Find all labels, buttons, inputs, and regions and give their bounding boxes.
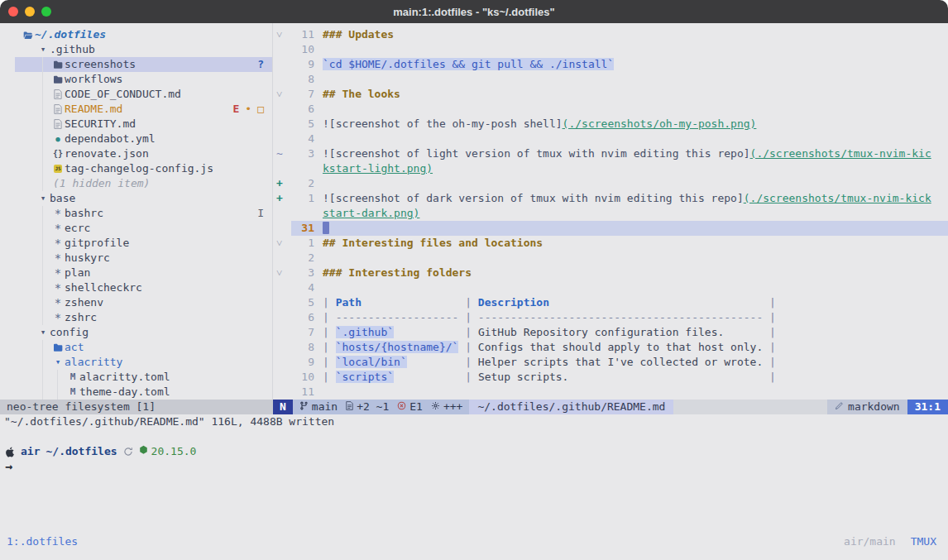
indent-guide: [38, 251, 53, 266]
editor-line-7[interactable]: ˅7## The looks: [273, 87, 948, 102]
tree-item-gitprofile[interactable]: *gitprofile: [0, 236, 272, 251]
fullscreen-button[interactable]: [41, 7, 51, 17]
tree-item-renovate-json[interactable]: {}renovate.json: [0, 146, 272, 161]
apple-icon: [5, 447, 15, 457]
editor-line-11[interactable]: ˅11### Updates: [273, 27, 948, 42]
tree-item-security-md[interactable]: SECURITY.md: [0, 117, 272, 132]
indent-guide: [38, 57, 53, 72]
tree-item-workflows[interactable]: workflows: [0, 72, 272, 87]
info-badge: I: [257, 206, 264, 221]
tree-item-github[interactable]: ▾.github: [0, 42, 272, 57]
tmux-status-bar: 1:.dotfiles air/main TMUX: [0, 534, 948, 549]
tree-item-act[interactable]: act: [0, 340, 272, 355]
chevron-down-icon[interactable]: ▾: [38, 191, 48, 206]
editor-buffer[interactable]: ˅11### Updates109`cd $HOME/.dotfiles && …: [273, 23, 948, 400]
editor-line-2[interactable]: 2: [273, 251, 948, 266]
git-branch-icon: [299, 400, 309, 414]
editor-line-10[interactable]: 10| `scripts` | Setup scripts. |: [273, 370, 948, 385]
chevron-down-icon[interactable]: ▾: [38, 42, 48, 57]
editor-line-11[interactable]: 11: [273, 385, 948, 400]
tmux-session-label: air/main: [844, 534, 896, 549]
editor-line-3[interactable]: ˅3### Interesting folders: [273, 266, 948, 280]
cursor-position: 31:1: [907, 400, 948, 414]
tree-item-huskyrc[interactable]: *huskyrc: [0, 251, 272, 266]
tree-item-code-of-conduct-md[interactable]: CODE_OF_CONDUCT.md: [0, 87, 272, 102]
sign-column: [273, 385, 291, 400]
editor-line-3[interactable]: ~3![screenshot of light version of tmux …: [273, 146, 948, 161]
editor-line-8[interactable]: 8| `hosts/{hostname}/` | Configs that sh…: [273, 340, 948, 355]
tree-item-alacritty[interactable]: ▾alacritty: [0, 355, 272, 370]
editor-line-1[interactable]: ˅1## Interesting files and locations: [273, 236, 948, 251]
tree-item-dotfiles[interactable]: ~/.dotfiles: [0, 27, 272, 42]
editor-line-4[interactable]: 4: [273, 280, 948, 295]
git-added-sign: +: [273, 176, 291, 191]
filetype-label: markdown: [848, 400, 900, 414]
toml-file-icon: M: [68, 370, 78, 385]
chevron-down-icon[interactable]: ▾: [38, 325, 48, 340]
line-text: start-dark.png): [323, 206, 948, 221]
editor-line-10[interactable]: 10: [273, 42, 948, 57]
editor-line-wrap[interactable]: kstart-light.png): [273, 161, 948, 176]
statusline-filler: [673, 400, 827, 414]
editor-line-4[interactable]: 4: [273, 132, 948, 146]
tree-item-zshrc[interactable]: *zshrc: [0, 310, 272, 325]
line-number: 1: [291, 191, 314, 206]
indent: [23, 221, 38, 236]
tree-item-dependabot-yml[interactable]: ●dependabot.yml: [0, 132, 272, 146]
fold-open-icon[interactable]: ˅: [273, 87, 291, 102]
indent: [23, 295, 38, 310]
tree-item-screenshots[interactable]: screenshots?: [15, 57, 272, 72]
tree-item-1-hidden-item[interactable]: (1 hidden item): [0, 176, 272, 191]
editor-line-wrap[interactable]: start-dark.png): [273, 206, 948, 221]
sign-column: [273, 325, 291, 340]
tree-item-alacritty-toml[interactable]: Malacritty.toml: [0, 370, 272, 385]
editor-line-9[interactable]: 9| `local/bin` | Helper scripts that I'v…: [273, 355, 948, 370]
editor-line-1[interactable]: +1![screenshot of dark version of tmux w…: [273, 191, 948, 206]
tree-item-plan[interactable]: *plan: [0, 266, 272, 280]
tree-item-theme-day-toml[interactable]: Mtheme-day.toml: [0, 385, 272, 400]
line-number: 6: [291, 310, 314, 325]
close-button[interactable]: [8, 7, 18, 17]
sign-column: [273, 340, 291, 355]
indent-guide: [38, 87, 53, 102]
tree-item-tag-changelog-config-js[interactable]: JStag-changelog-config.js: [0, 161, 272, 176]
tree-item-label: zshrc: [65, 310, 97, 325]
fold-open-icon[interactable]: ˅: [273, 266, 291, 280]
minimize-button[interactable]: [25, 7, 35, 17]
indent: [23, 325, 38, 340]
tree-item-readme-md[interactable]: README.mdE•□: [0, 102, 272, 117]
fold-open-icon[interactable]: ˅: [273, 27, 291, 42]
editor-line-7[interactable]: 7| `.github` | GitHub Repository configu…: [273, 325, 948, 340]
indent: [23, 385, 38, 400]
node-version: 20.15.0: [139, 444, 197, 459]
editor-line-6[interactable]: 6: [273, 102, 948, 117]
line-number: 8: [291, 72, 314, 87]
json-braces-icon: {}: [53, 146, 63, 161]
sign-column: [273, 370, 291, 385]
tree-item-bashrc[interactable]: *bashrcI: [0, 206, 272, 221]
line-number: 3: [291, 146, 314, 161]
tree-item-config[interactable]: ▾config: [0, 325, 272, 340]
editor-line-31[interactable]: 31: [273, 221, 948, 236]
tree-item-base[interactable]: ▾base: [0, 191, 272, 206]
editor-line-6[interactable]: 6| ------------------- | ---------------…: [273, 310, 948, 325]
tree-item-shellcheckrc[interactable]: *shellcheckrc: [0, 280, 272, 295]
tmux-window-tab[interactable]: 1:.dotfiles: [7, 534, 78, 549]
editor-line-9[interactable]: 9`cd $HOME/.dotfiles && git pull && ./in…: [273, 57, 948, 72]
sign-column: [273, 72, 291, 87]
asterisk-file-icon: *: [53, 280, 63, 295]
editor-line-5[interactable]: 5| Path | Description |: [273, 295, 948, 310]
fold-open-icon[interactable]: ˅: [273, 236, 291, 251]
tree-item-label: workflows: [65, 72, 122, 87]
chevron-down-icon[interactable]: ▾: [53, 355, 63, 370]
tree-item-ecrc[interactable]: *ecrc: [0, 221, 272, 236]
indent-guide: [53, 370, 68, 385]
tree-item-label: alacritty: [65, 355, 122, 370]
line-text: ![screenshot of light version of tmux wi…: [323, 146, 948, 161]
editor-line-2[interactable]: +2: [273, 176, 948, 191]
editor-line-8[interactable]: 8: [273, 72, 948, 87]
editor-line-5[interactable]: 5![screenshot of the oh-my-posh shell](.…: [273, 117, 948, 132]
git-branch-label: main: [312, 400, 338, 414]
tree-item-zshenv[interactable]: *zshenv: [0, 295, 272, 310]
titlebar: main:1:.dotfiles - "ks~/.dotfiles": [0, 0, 948, 23]
